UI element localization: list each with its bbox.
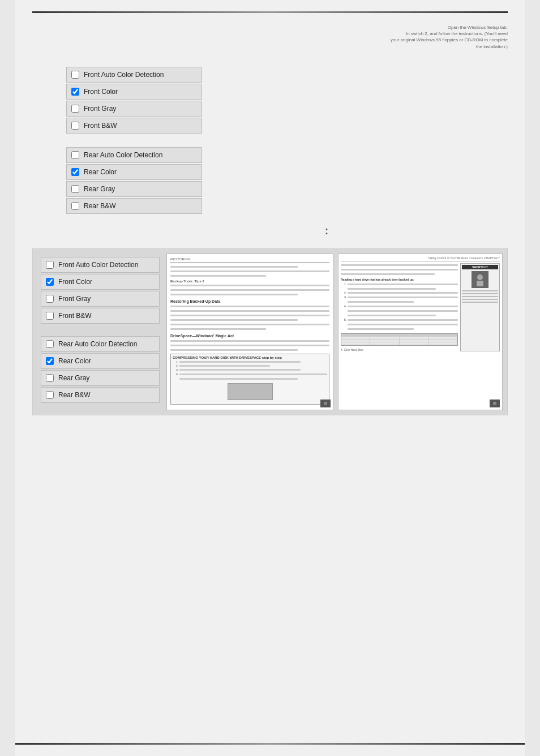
checkbox-front-color[interactable]: Front Color xyxy=(66,84,202,100)
lower-checkbox-input-rear-auto-color[interactable] xyxy=(46,340,54,348)
doc-s1-l2 xyxy=(170,310,329,312)
lower-checkbox-label-front-gray: Front Gray xyxy=(58,295,91,303)
doc-middle-header: RESTORING xyxy=(170,257,329,263)
bottom-rule xyxy=(15,743,525,745)
right-doc-table xyxy=(341,333,458,346)
num-1: 1. xyxy=(176,360,178,364)
th-3 xyxy=(400,334,428,336)
lower-checkbox-front-auto-color[interactable]: Front Auto Color Detection xyxy=(41,257,160,273)
checkbox-front-auto-color[interactable]: Front Auto Color Detection xyxy=(66,67,202,83)
doc-s1-l6 xyxy=(170,328,266,330)
sidebar-mascot-image xyxy=(472,271,488,288)
lower-checkbox-front-gray[interactable]: Front Gray xyxy=(41,291,160,307)
checkbox-rear-gray[interactable]: Rear Gray xyxy=(66,181,202,197)
group-spacer-upper xyxy=(66,136,225,145)
lower-checkbox-input-front-auto-color[interactable] xyxy=(46,261,54,269)
checkbox-rear-color[interactable]: Rear Color xyxy=(66,164,202,180)
lower-checkbox-front-color[interactable]: Front Color xyxy=(41,274,160,290)
rs5-l2 xyxy=(348,324,458,325)
rs1-l2 xyxy=(348,288,436,290)
doc-intro-lines xyxy=(170,265,329,278)
td-2-2 xyxy=(370,340,399,342)
lower-checkbox-label-rear-color: Rear Color xyxy=(58,357,91,365)
checkbox-label-front-bw: Front B&W xyxy=(84,122,117,130)
lower-checkbox-rear-gray[interactable]: Rear Gray xyxy=(41,370,160,386)
checkbox-input-front-gray[interactable] xyxy=(71,105,79,113)
th-4 xyxy=(428,334,457,336)
sc-l4 xyxy=(462,299,498,300)
sc-l3 xyxy=(462,296,498,297)
td-1-4 xyxy=(428,337,457,339)
right-doc-body: Reading a hard drive that has already be… xyxy=(341,263,500,351)
svg-point-1 xyxy=(477,274,483,280)
checkbox-label-rear-gray: Rear Gray xyxy=(84,185,115,193)
lower-checkbox-input-rear-bw[interactable] xyxy=(46,391,54,399)
right-doc-page-num: 93 xyxy=(493,402,496,405)
right-numbered-list: 1. 2. 3. xyxy=(344,282,458,331)
mascot-svg xyxy=(472,272,488,287)
td-3-2 xyxy=(370,342,399,345)
lower-checkbox-input-front-color[interactable] xyxy=(46,278,54,286)
table-data-row-3 xyxy=(341,342,457,345)
right-step-4: 4. xyxy=(344,304,458,317)
td-1-3 xyxy=(400,337,428,339)
doc-num-item-1: 1. xyxy=(176,360,327,364)
lower-left-checkboxes: Front Auto Color Detection Front Color F… xyxy=(37,254,162,410)
lower-checkbox-rear-bw[interactable]: Rear B&W xyxy=(41,387,160,403)
checkbox-input-rear-bw[interactable] xyxy=(71,202,79,210)
right-num-5: 5. xyxy=(344,318,346,331)
lower-checkbox-label-front-bw: Front B&W xyxy=(58,312,92,320)
checkbox-input-front-bw[interactable] xyxy=(71,122,79,130)
doc-line-3 xyxy=(170,275,266,277)
right-num-3: 3. xyxy=(344,295,346,304)
doc-line-1 xyxy=(170,266,298,268)
rs5-l1 xyxy=(348,319,458,321)
checkbox-input-rear-gray[interactable] xyxy=(71,185,79,193)
header-line4: the installation.) xyxy=(32,44,508,50)
lower-checkbox-input-front-gray[interactable] xyxy=(46,295,54,303)
checkbox-label-front-color: Front Color xyxy=(84,88,118,96)
lower-checkbox-front-bw[interactable]: Front B&W xyxy=(41,308,160,324)
header-line2: In switch 2, and follow the instructions… xyxy=(32,31,508,37)
right-main-lines-1 xyxy=(341,263,458,276)
doc-line-t2 xyxy=(170,289,329,291)
lower-checkbox-input-rear-gray[interactable] xyxy=(46,374,54,382)
lower-section: Front Auto Color Detection Front Color F… xyxy=(32,248,508,415)
checkbox-input-rear-auto-color[interactable] xyxy=(71,151,79,159)
sc-l2 xyxy=(462,293,498,294)
doc-s2-l1 xyxy=(170,340,329,342)
doc-section1-heading: Restoring Backed-Up Data xyxy=(170,299,329,303)
sc-l5 xyxy=(462,302,498,303)
checkbox-rear-auto-color[interactable]: Rear Auto Color Detection xyxy=(66,147,202,163)
num-3: 3. xyxy=(176,368,178,372)
right-doc-main-content: Reading a hard drive that has already be… xyxy=(341,263,458,351)
lower-checkbox-rear-color[interactable]: Rear Color xyxy=(41,353,160,369)
checkbox-front-gray[interactable]: Front Gray xyxy=(66,101,202,117)
doc-line-2 xyxy=(170,270,329,272)
doc-numbered-list: 1. 2. 3. 4. xyxy=(176,360,327,381)
lower-front-group: Front Auto Color Detection Front Color F… xyxy=(41,257,158,324)
right-num-1: 1. xyxy=(344,282,346,291)
lower-checkbox-rear-auto-color[interactable]: Rear Auto Color Detection xyxy=(41,336,160,352)
checkbox-input-front-auto-color[interactable] xyxy=(71,71,79,79)
doc-s2-l3 xyxy=(170,349,298,351)
header-line1: Open the Windows Setup tab. xyxy=(32,24,508,31)
lower-checkbox-input-rear-color[interactable] xyxy=(46,357,54,365)
checkbox-rear-bw[interactable]: Rear B&W xyxy=(66,198,202,214)
upper-rear-group: Rear Auto Color Detection Rear Color Rea… xyxy=(66,147,225,214)
doc-sub1: Backup Tools: Tips 2 xyxy=(170,280,329,283)
right-num-2: 2. xyxy=(344,291,346,295)
checkbox-input-front-color[interactable] xyxy=(71,88,79,96)
td-2-4 xyxy=(428,340,457,342)
colon-separator: : xyxy=(145,225,508,237)
svg-rect-2 xyxy=(477,281,483,286)
doc-page-middle: RESTORING Backup Tools: Tips 2 Restoring… xyxy=(170,257,329,406)
rs1-l1 xyxy=(348,284,458,285)
td-3-4 xyxy=(428,342,457,345)
rs4-l1 xyxy=(348,306,458,307)
doc-section2-heading: DriveSpace—Windows' Magic Act xyxy=(170,334,329,338)
checkbox-input-rear-color[interactable] xyxy=(71,168,79,176)
lower-rear-group: Rear Auto Color Detection Rear Color Rea… xyxy=(41,336,158,403)
lower-checkbox-input-front-bw[interactable] xyxy=(46,312,54,320)
checkbox-front-bw[interactable]: Front B&W xyxy=(66,118,202,134)
